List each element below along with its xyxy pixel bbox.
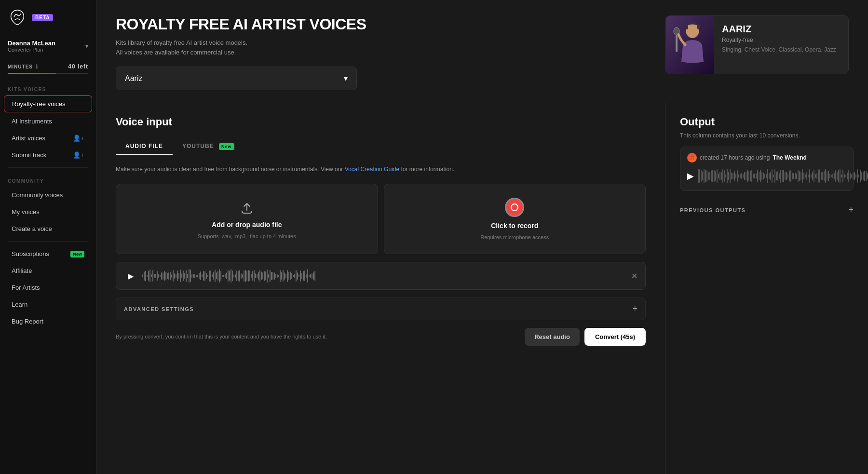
sidebar-item-my-voices[interactable]: My voices [4,204,92,220]
voice-info-text-before-link: Make sure your audio is clear and free f… [116,166,343,173]
sidebar-item-for-artists[interactable]: For Artists [4,280,92,296]
submit-track-add-icon: 👤+ [73,151,84,159]
tab-audio-file-label: AUDIO FILE [125,143,163,149]
lower-section: Voice input AUDIO FILE YOUTUBE New Make … [96,102,868,474]
output-track-artist: The Weeknd [773,154,806,161]
sidebar-divider-1 [8,167,88,168]
previous-outputs-toggle[interactable]: PREVIOUS OUTPUTS + [680,198,854,222]
advanced-settings-plus-icon: + [632,304,637,314]
tab-youtube-badge: New [219,143,234,150]
tab-youtube[interactable]: YOUTUBE New [173,138,244,155]
tab-audio-file[interactable]: AUDIO FILE [116,138,173,155]
svg-rect-2 [676,33,678,52]
artist-voices-label: Artist voices [12,135,45,142]
upload-icon [238,199,256,216]
user-name: Deanna McLean [8,40,55,47]
previous-outputs-expand-icon: + [848,205,854,215]
record-button-circle[interactable] [505,198,524,217]
record-title: Click to record [491,222,538,230]
app-logo [8,8,27,27]
svg-rect-5 [697,25,700,29]
audio-waveform-bar: ▶ ✕ [116,262,646,290]
create-a-voice-label: Create a voice [12,225,52,232]
artist-card-royalty: Royalty-free [722,37,841,43]
sidebar-item-learn[interactable]: Learn [4,297,92,312]
learn-label: Learn [12,301,27,308]
sidebar-logo-area: BETA [0,8,96,35]
reset-audio-button[interactable]: Reset audio [525,328,580,346]
hero-left: ROYALTY FREE AI ARTIST VOICES Kits libra… [116,15,646,90]
voice-input-title: Voice input [116,116,646,128]
output-created-text: created 17 hours ago using [700,154,770,161]
minutes-label-text: MINUTES [8,64,33,69]
subscriptions-label: Subscriptions [12,250,49,257]
user-chevron-icon: ▾ [85,43,88,50]
output-subtitle: This column contains your last 10 conver… [680,132,854,139]
artist-card-name: AARIZ [722,24,841,35]
svg-rect-4 [685,25,688,29]
audio-close-button[interactable]: ✕ [631,271,637,281]
output-panel: Output This column contains your last 10… [665,102,868,474]
section-label-community: COMMUNITY [0,172,96,187]
artist-card: AARIZ Royalty-free Singing, Chest Voice,… [665,15,849,74]
convert-footer: By pressing convert, you confirm that th… [116,328,646,346]
royalty-free-voices-label: Royalty-free voices [12,100,66,108]
sidebar-item-subscriptions[interactable]: Subscriptions New [4,246,92,262]
upload-title: Add or drop audio file [212,221,282,229]
output-track-meta: 🎵 created 17 hours ago using The Weeknd [687,153,846,163]
hero-title: ROYALTY FREE AI ARTIST VOICES [116,15,646,33]
upload-grid: Add or drop audio file Supports .wav, .m… [116,184,646,254]
artist-card-image [666,16,714,74]
sidebar-divider-2 [8,241,88,242]
output-track-player: ▶ ⬇ 🔖 🔗 [687,167,846,185]
for-artists-label: For Artists [12,284,40,291]
advanced-settings-toggle[interactable]: ADVANCED SETTINGS + [116,298,646,320]
output-play-button[interactable]: ▶ [687,171,694,181]
my-voices-label: My voices [12,208,40,216]
artist-voices-add-icon: 👤+ [73,135,84,142]
voice-input-tabs: AUDIO FILE YOUTUBE New [116,138,646,155]
convert-buttons-group: Reset audio Convert (45s) [525,328,646,346]
user-profile[interactable]: Deanna McLean Converter Plan ▾ [0,35,96,57]
sidebar-item-ai-instruments[interactable]: AI Instruments [4,113,92,129]
artist-card-tags: Singing, Chest Voice, Classical, Opera, … [722,46,841,53]
hero-subtitle-line1: Kits library of royalty free AI artist v… [116,39,247,46]
voice-info-text: Make sure your audio is clear and free f… [116,165,646,174]
voice-selector-chevron-icon: ▾ [344,74,348,83]
hero-section: ROYALTY FREE AI ARTIST VOICES Kits libra… [96,0,868,102]
output-track: 🎵 created 17 hours ago using The Weeknd … [680,147,854,191]
voice-input-panel: Voice input AUDIO FILE YOUTUBE New Make … [96,102,665,474]
upload-audio-card[interactable]: Add or drop audio file Supports .wav, .m… [116,184,378,254]
sidebar-item-community-voices[interactable]: Community voices [4,187,92,203]
record-subtitle: Requires microphone access [480,234,549,240]
minutes-count: 40 left [68,63,88,70]
voice-selector-name: Aariz [125,74,142,83]
sidebar-item-artist-voices[interactable]: Artist voices 👤+ [4,130,92,146]
sidebar-item-affiliate[interactable]: Affiliate [4,263,92,279]
community-voices-label: Community voices [12,191,63,199]
minutes-section: MINUTES ℹ 40 left [0,57,96,80]
sidebar: BETA Deanna McLean Converter Plan ▾ MINU… [0,0,96,474]
sidebar-item-submit-track[interactable]: Submit track 👤+ [4,147,92,163]
record-button-inner [511,203,518,211]
output-waveform-visual [698,167,868,185]
voice-info-text-after-link: for more information. [401,166,454,173]
sidebar-item-royalty-free-voices[interactable]: Royalty-free voices [4,95,92,112]
sidebar-item-create-a-voice[interactable]: Create a voice [4,221,92,237]
submit-track-label: Submit track [12,151,46,159]
tab-youtube-label: YOUTUBE [182,143,214,149]
convert-footer-text: By pressing convert, you confirm that th… [116,333,519,341]
output-title: Output [680,116,854,128]
hero-subtitle-line2: All voices are available for commercial … [116,49,236,56]
audio-play-button[interactable]: ▶ [124,269,137,283]
record-audio-card[interactable]: Click to record Requires microphone acce… [384,184,646,254]
vocal-creation-guide-link[interactable]: Vocal Creation Guide [345,166,399,173]
hero-subtitle: Kits library of royalty free AI artist v… [116,38,646,57]
minutes-progress-bar [8,73,88,74]
subscriptions-new-badge: New [70,251,84,257]
minutes-info-icon: ℹ [36,64,38,70]
convert-button[interactable]: Convert (45s) [584,328,646,346]
section-label-kits-voices: KITS VOICES [0,80,96,95]
voice-selector[interactable]: Aariz ▾ [116,67,357,90]
sidebar-item-bug-report[interactable]: Bug Report [4,313,92,329]
